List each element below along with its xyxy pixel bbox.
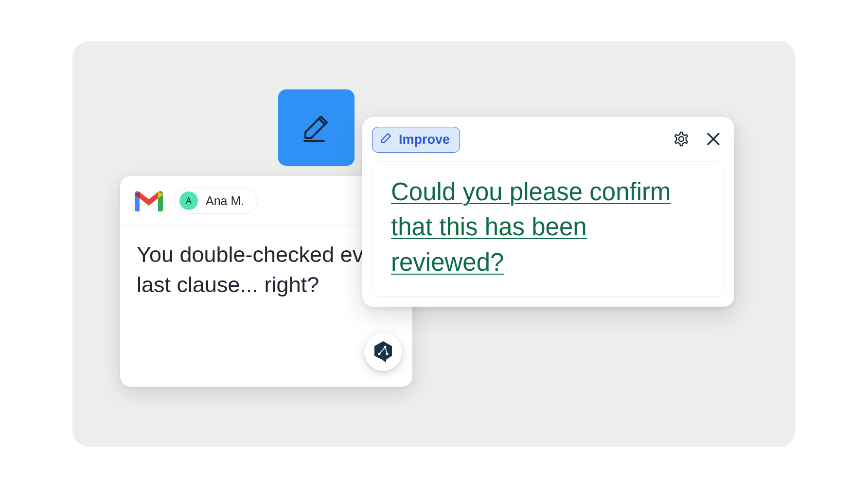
sender-initial: A — [186, 196, 192, 206]
improve-label: Improve — [399, 132, 450, 147]
settings-button[interactable] — [673, 131, 690, 149]
assistant-fab[interactable] — [364, 333, 402, 371]
gmail-icon — [135, 190, 163, 211]
share-hex-icon — [372, 340, 394, 364]
improve-button[interactable]: Improve — [372, 127, 460, 153]
close-button[interactable] — [706, 132, 721, 148]
pencil-icon — [297, 107, 337, 149]
close-icon — [706, 132, 721, 148]
suggestion-popup: Improve — [362, 117, 734, 307]
sender-chip[interactable]: A Ana M. — [175, 188, 257, 214]
sender-name: Ana M. — [206, 194, 244, 208]
stage-background: A Ana M. You double-checked every last c… — [72, 41, 796, 447]
edit-tile[interactable] — [278, 89, 354, 166]
suggestion-box[interactable]: Could you please confirm that this has b… — [372, 161, 725, 297]
gear-icon — [673, 131, 690, 149]
suggestion-text: Could you please confirm that this has b… — [391, 174, 706, 280]
svg-point-6 — [679, 137, 684, 141]
pencil-small-icon — [379, 131, 393, 148]
popup-toolbar: Improve — [372, 127, 725, 153]
sender-avatar: A — [179, 192, 198, 210]
email-message: You double-checked every last clause... … — [137, 240, 396, 299]
